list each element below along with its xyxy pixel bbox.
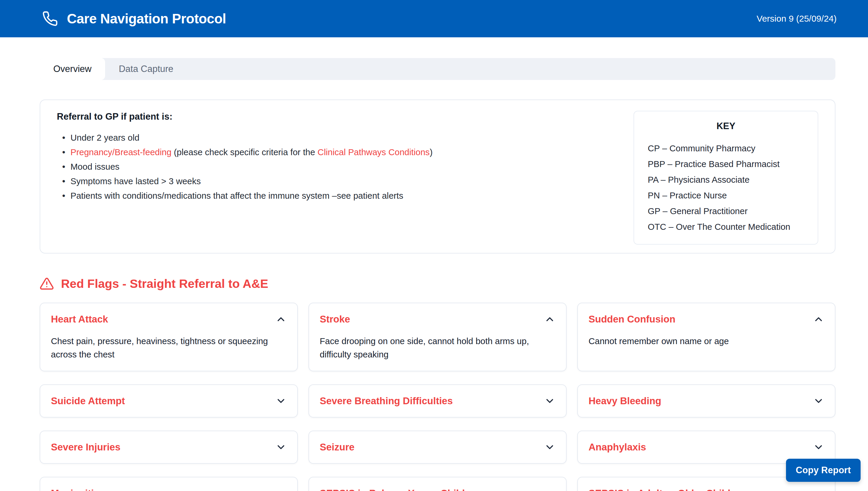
card-toggle[interactable]: Anaphylaxis — [589, 441, 824, 453]
chevron-down-icon — [813, 488, 824, 491]
card-title: SEPSIS in Baby or Young Child — [320, 487, 465, 491]
chevron-down-icon — [544, 441, 556, 453]
key-item: PBP – Practice Based Pharmacist — [648, 156, 804, 172]
red-flags-heading-text: Red Flags - Straight Referral to A&E — [61, 277, 268, 291]
card-title: Severe Breathing Difficulties — [320, 395, 453, 407]
phone-icon — [42, 11, 58, 27]
card-title: Sudden Confusion — [589, 313, 675, 325]
referral-list: Under 2 years oldPregnancy/Breast-feedin… — [57, 130, 432, 203]
card-title: Heavy Bleeding — [589, 395, 661, 407]
key-item: PA – Physicians Associate — [648, 172, 804, 187]
card-title: Suicide Attempt — [51, 395, 125, 407]
card-title: Severe Injuries — [51, 441, 120, 453]
card-toggle[interactable]: Suicide Attempt — [51, 395, 287, 407]
chevron-up-icon — [544, 314, 556, 325]
copy-report-button[interactable]: Copy Report — [786, 459, 861, 482]
chevron-down-icon — [275, 488, 287, 491]
red-flag-card: Suicide Attempt — [40, 384, 298, 417]
referral-text: (please check specific criteria for the — [172, 147, 318, 157]
card-toggle[interactable]: Heavy Bleeding — [589, 395, 824, 407]
red-flags-heading: Red Flags - Straight Referral to A&E — [40, 277, 835, 291]
page-title: Care Navigation Protocol — [67, 11, 226, 27]
header-left: Care Navigation Protocol — [42, 1, 226, 36]
card-toggle[interactable]: Severe Injuries — [51, 441, 287, 453]
card-title: Seizure — [320, 441, 354, 453]
red-flag-card: SEPSIS in Baby or Young Child — [308, 477, 567, 491]
card-body: Face drooping on one side, cannot hold b… — [320, 334, 556, 361]
referral-text: Symptoms have lasted > 3 weeks — [70, 176, 201, 186]
key-items: CP – Community PharmacyPBP – Practice Ba… — [648, 140, 804, 235]
referral-bullet: Pregnancy/Breast-feeding (please check s… — [57, 145, 432, 159]
referral-text: ) — [429, 147, 432, 157]
referral-text: Under 2 years old — [70, 133, 140, 142]
card-title: Stroke — [320, 313, 350, 325]
card-title: Heart Attack — [51, 313, 108, 325]
key-item: OTC – Over The Counter Medication — [648, 219, 804, 235]
chevron-down-icon — [813, 395, 824, 407]
card-title: Meningitis — [51, 487, 99, 491]
red-flag-card: Heart AttackChest pain, pressure, heavin… — [40, 302, 298, 371]
referral-link[interactable]: Clinical Pathways Conditions — [318, 147, 430, 157]
card-toggle[interactable]: Stroke — [320, 313, 556, 325]
card-title: Anaphylaxis — [589, 441, 646, 453]
card-toggle[interactable]: Severe Breathing Difficulties — [320, 395, 556, 407]
referral-link[interactable]: Pregnancy/Breast-feeding — [70, 147, 172, 157]
main-content: Overview Data Capture Referral to GP if … — [0, 37, 868, 491]
referral-content: Referral to GP if patient is: Under 2 ye… — [57, 111, 432, 244]
card-toggle[interactable]: SEPSIS in Adult or Older Child — [589, 487, 824, 491]
chevron-down-icon — [275, 395, 287, 407]
card-title: SEPSIS in Adult or Older Child — [589, 487, 730, 491]
card-body: Chest pain, pressure, heaviness, tightne… — [51, 334, 287, 361]
card-body: Cannot remember own name or age — [589, 334, 824, 348]
chevron-down-icon — [813, 441, 824, 453]
card-toggle[interactable]: Heart Attack — [51, 313, 287, 325]
red-flag-card: Sudden ConfusionCannot remember own name… — [577, 302, 835, 371]
version-label: Version 9 (25/09/24) — [757, 13, 837, 24]
tab-bar: Overview Data Capture — [40, 58, 835, 80]
card-toggle[interactable]: Seizure — [320, 441, 556, 453]
chevron-down-icon — [544, 488, 556, 491]
red-flag-card: Seizure — [308, 431, 567, 464]
referral-text: Mood issues — [70, 162, 120, 171]
card-toggle[interactable]: Meningitis — [51, 487, 287, 491]
key-item: PN – Practice Nurse — [648, 187, 804, 203]
tab-data-capture[interactable]: Data Capture — [105, 58, 187, 80]
referral-bullet: Patients with conditions/medications tha… — [57, 189, 432, 203]
key-title: KEY — [648, 121, 804, 132]
red-flag-card: StrokeFace drooping on one side, cannot … — [308, 302, 567, 371]
tab-overview[interactable]: Overview — [40, 58, 105, 80]
chevron-up-icon — [275, 314, 287, 325]
referral-bullet: Symptoms have lasted > 3 weeks — [57, 174, 432, 189]
red-flag-card: Severe Breathing Difficulties — [308, 384, 567, 417]
warning-triangle-icon — [40, 277, 54, 291]
referral-bullet: Mood issues — [57, 159, 432, 174]
red-flag-card: Meningitis — [40, 477, 298, 491]
key-item: CP – Community Pharmacy — [648, 140, 804, 156]
chevron-down-icon — [275, 441, 287, 453]
chevron-up-icon — [813, 314, 824, 325]
referral-text: Patients with conditions/medications tha… — [70, 191, 403, 201]
key-box: KEY CP – Community PharmacyPBP – Practic… — [633, 111, 818, 244]
red-flag-card: Severe Injuries — [40, 431, 298, 464]
key-item: GP – General Practitioner — [648, 203, 804, 219]
referral-panel: Referral to GP if patient is: Under 2 ye… — [40, 99, 835, 254]
chevron-down-icon — [544, 395, 556, 407]
red-flag-cards: Heart AttackChest pain, pressure, heavin… — [40, 302, 835, 491]
referral-bullet: Under 2 years old — [57, 130, 432, 145]
card-toggle[interactable]: Sudden Confusion — [589, 313, 824, 325]
app-header: Care Navigation Protocol Version 9 (25/0… — [0, 0, 868, 37]
red-flag-card: Heavy Bleeding — [577, 384, 835, 417]
referral-heading: Referral to GP if patient is: — [57, 111, 432, 122]
card-toggle[interactable]: SEPSIS in Baby or Young Child — [320, 487, 556, 491]
